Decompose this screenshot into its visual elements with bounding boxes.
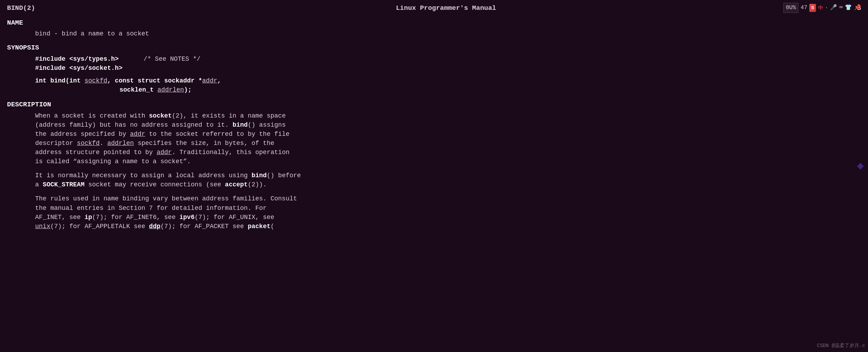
func-sockfd: sockfd [84,77,107,84]
include-line-2: #include <sys/socket.h> [35,64,861,73]
zh-char-icon: 中 [818,4,823,11]
addr-underline-2: addr [157,149,172,156]
manual-section-left: BIND(2) [7,4,35,13]
sock-stream-bold: SOCK_STREAM [43,181,85,188]
func-int2: int [69,77,84,84]
ipv6-bold: ipv6 [180,214,195,221]
name-content: bind - bind a name to a socket [7,29,861,38]
name-section: NAME bind - bind a name to a socket [7,18,861,39]
socket-bold: socket [149,112,172,119]
func-end: ); [184,86,192,93]
sogou-icon[interactable]: S [809,4,816,12]
func-sig-line-2: socklen_t addrlen); [35,85,861,94]
desc-p3-l2: the manual entries in Section 7 for deta… [35,204,861,213]
desc-p1-l1: When a socket is created with socket(2),… [35,111,861,120]
desc-p2-l2: a SOCK_STREAM socket may receive connect… [35,180,861,189]
desc-p1-l2: (address family) but has no address assi… [35,120,861,129]
unix7-underline: unix [35,223,50,230]
func-addr: addr [202,77,217,84]
func-sig-line-1: int bind(int sockfd, const struct sockad… [35,76,861,85]
manual-header: BIND(2) Linux Programmer's Manual B [7,4,861,13]
top-right-toolbar[interactable]: 0U% 47 S 中 · 🎤 ⌨ 👕 📌 [783,3,861,13]
synopsis-includes: #include <sys/types.h> /* See NOTES */ #… [7,54,861,73]
desc-p3-l4: unix(7); for AF_APPLETALK see ddp(7); fo… [35,222,861,231]
side-decorator-icon: ◆ [857,158,864,174]
ip7-bold: ip [84,214,92,221]
include-line-1: #include <sys/types.h> /* See NOTES */ [35,54,861,64]
synopsis-heading: SYNOPSIS [7,43,861,53]
name-heading: NAME [7,18,861,28]
desc-p1-l3: the address specified by addr to the soc… [35,129,861,139]
sockfd-underline-1: sockfd [77,140,100,147]
dot-separator: · [825,4,828,11]
func-sig2-indent [63,86,119,93]
addrlen-underline-1: addrlen [107,140,134,147]
bind-bold-2: bind [252,172,267,179]
bind-bold-1: bind [233,121,248,128]
accept-bold: accept [225,181,248,188]
percentage-display: 0U% [783,3,798,13]
desc-p3-l1: The rules used in name binding vary betw… [35,194,861,203]
desc-p1-l4: descriptor sockfd. addrlen specifies the… [35,139,861,148]
pin-icon[interactable]: 📌 [854,4,861,12]
description-para-2: It is normally necessary to assign a loc… [7,171,861,189]
mic-icon[interactable]: 🎤 [830,4,837,12]
func-bind: bind( [50,77,69,84]
desc-p3-l3: AF_INET, see ip(7); for AF_INET6, see ip… [35,213,861,222]
func-addrlen: addrlen [157,86,184,93]
desc-p2-l1: It is normally necessary to assign a loc… [35,171,861,180]
func-int: int [35,77,50,84]
ddp7-bold: ddp [149,223,160,230]
watermark: CSDN @温柔了岁月.c [817,342,865,349]
manual-title: Linux Programmer's Manual [396,4,496,13]
description-section: DESCRIPTION When a socket is created wit… [7,100,861,231]
synopsis-section: SYNOPSIS #include <sys/types.h> /* See N… [7,43,861,94]
include-1-text: #include <sys/types.h> [35,55,119,62]
include-1-comment: /* See NOTES */ [122,55,200,62]
keyboard-icon[interactable]: ⌨ [839,4,843,12]
shirt-icon[interactable]: 👕 [845,4,852,12]
desc-p1-l5: address structure pointed to by addr. Tr… [35,148,861,157]
description-heading: DESCRIPTION [7,100,861,110]
packet-bold: packet [248,223,271,230]
func-comma2: , [218,77,221,84]
terminal-window: 0U% 47 S 中 · 🎤 ⌨ 👕 📌 BIND(2) Linux Progr… [0,0,868,352]
number-display: 47 [801,4,807,12]
description-para-1: When a socket is created with socket(2),… [7,111,861,166]
description-para-3: The rules used in name binding vary betw… [7,194,861,231]
addr-underline-1: addr [130,131,145,138]
func-socklen: socklen_t [119,86,157,93]
function-signature: int bind(int sockfd, const struct sockad… [7,76,861,94]
desc-p1-l6: is called “assigning a name to a socket”… [35,157,861,166]
func-comma1: , const struct sockaddr * [107,77,202,84]
